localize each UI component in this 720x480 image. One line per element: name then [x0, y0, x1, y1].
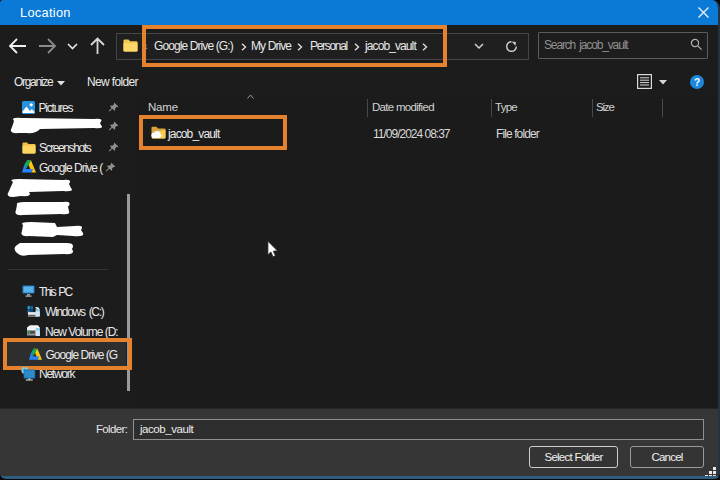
svg-text:?: ? [694, 77, 700, 88]
